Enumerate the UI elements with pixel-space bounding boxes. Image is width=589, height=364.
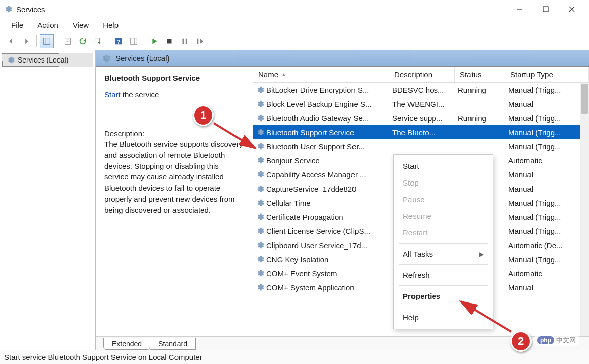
column-header-startup-type[interactable]: Startup Type xyxy=(505,67,589,82)
service-row[interactable]: BitLocker Drive Encryption S...BDESVC ho… xyxy=(253,83,589,97)
svg-rect-17 xyxy=(197,38,199,44)
cell-name: Certificate Propagation xyxy=(253,213,389,221)
start-service-link[interactable]: Start xyxy=(104,90,121,99)
watermark-logo: php xyxy=(537,336,554,344)
column-header-status[interactable]: Status xyxy=(455,67,505,82)
gear-icon xyxy=(256,185,264,193)
context-menu-all-tasks[interactable]: All Tasks▶ xyxy=(394,246,493,262)
gear-icon xyxy=(256,128,264,136)
nav-forward-button[interactable] xyxy=(19,34,33,48)
gear-icon xyxy=(256,142,264,150)
show-hide-console-tree-button[interactable] xyxy=(40,34,54,48)
svg-text:?: ? xyxy=(117,38,121,44)
show-hide-action-pane-button[interactable] xyxy=(127,34,141,48)
scrollbar-thumb[interactable] xyxy=(581,84,588,114)
tree-item-services-local[interactable]: Services (Local) xyxy=(2,53,93,67)
nav-back-button[interactable] xyxy=(4,34,18,48)
help-button[interactable]: ? xyxy=(111,34,126,48)
context-menu-start[interactable]: Start xyxy=(394,158,493,174)
vertical-scrollbar[interactable] xyxy=(580,83,589,336)
context-menu: Start Stop Pause Resume Restart All Task… xyxy=(393,154,493,329)
restart-service-button[interactable] xyxy=(193,34,207,48)
cell-description: The WBENGI... xyxy=(389,100,455,108)
svg-rect-4 xyxy=(44,38,50,44)
menu-file[interactable]: File xyxy=(4,19,30,31)
cell-name: Capability Access Manager ... xyxy=(253,170,389,179)
gear-icon xyxy=(256,170,264,178)
gear-icon xyxy=(256,269,264,277)
cell-startup-type: Manual xyxy=(505,100,589,108)
start-service-line: Start the service xyxy=(104,90,245,99)
right-pane-title: Services (Local) xyxy=(115,54,170,63)
context-menu-properties[interactable]: Properties xyxy=(394,288,493,305)
context-menu-help[interactable]: Help xyxy=(394,309,493,326)
context-menu-resume: Resume xyxy=(394,208,493,224)
cell-name: Block Level Backup Engine S... xyxy=(253,100,389,108)
description-label: Description: xyxy=(104,129,245,138)
tab-standard[interactable]: Standard xyxy=(150,338,196,350)
svg-rect-1 xyxy=(543,7,548,12)
refresh-button[interactable] xyxy=(76,34,90,48)
column-headers: Name▲ Description Status Startup Type xyxy=(253,67,589,83)
cell-name: BitLocker Drive Encryption S... xyxy=(253,86,389,94)
start-service-button[interactable] xyxy=(147,34,161,48)
gear-icon xyxy=(256,199,264,207)
selected-service-name: Bluetooth Support Service xyxy=(104,74,245,82)
cell-startup-type: Manual (Trigg... xyxy=(505,142,589,151)
service-row[interactable]: Block Level Backup Engine S...The WBENGI… xyxy=(253,97,589,111)
menu-view[interactable]: View xyxy=(66,19,96,31)
cell-status: Running xyxy=(455,114,505,123)
minimize-button[interactable] xyxy=(506,0,533,18)
cell-description: The Blueto... xyxy=(389,128,455,137)
cell-name: Client License Service (ClipS... xyxy=(253,227,389,235)
svg-rect-16 xyxy=(186,38,187,44)
pause-service-button[interactable] xyxy=(178,34,192,48)
column-header-description[interactable]: Description xyxy=(389,67,455,82)
cell-startup-type: Automatic (De... xyxy=(505,241,589,250)
cell-name: Bluetooth Audio Gateway Se... xyxy=(253,114,389,123)
maximize-button[interactable] xyxy=(533,0,559,18)
gear-icon xyxy=(256,241,264,249)
menu-help[interactable]: Help xyxy=(96,19,126,31)
watermark-text: 中文网 xyxy=(556,336,576,345)
column-header-name[interactable]: Name▲ xyxy=(253,67,389,82)
svg-rect-14 xyxy=(167,39,172,43)
window-title: Services xyxy=(16,5,506,14)
app-icon xyxy=(4,5,12,13)
context-menu-refresh[interactable]: Refresh xyxy=(394,267,493,283)
service-row[interactable]: Bluetooth Support ServiceThe Blueto...Ma… xyxy=(253,125,589,139)
cell-startup-type: Manual (Trigg... xyxy=(505,199,589,207)
export-list-button[interactable] xyxy=(91,34,105,48)
gear-icon xyxy=(256,213,264,221)
cell-startup-type: Manual (Trigg... xyxy=(505,114,589,123)
cell-startup-type: Manual (Trigg... xyxy=(505,128,589,137)
menu-action[interactable]: Action xyxy=(30,19,66,31)
context-menu-pause: Pause xyxy=(394,191,493,208)
properties-button[interactable] xyxy=(61,34,75,48)
tree-item-label: Services (Local) xyxy=(18,56,68,64)
menubar: File Action View Help xyxy=(0,18,589,32)
cell-description: BDESVC hos... xyxy=(389,86,455,94)
gear-icon xyxy=(256,100,264,108)
cell-startup-type: Automatic xyxy=(505,269,589,278)
cell-name: Bonjour Service xyxy=(253,156,389,165)
tree-pane: Services (Local) xyxy=(0,50,96,350)
annotation-badge-1: 1 xyxy=(193,105,214,126)
annotation-badge-2: 2 xyxy=(510,331,532,352)
cell-name: Cellular Time xyxy=(253,199,389,207)
svg-rect-12 xyxy=(131,38,137,44)
gear-icon xyxy=(256,156,264,164)
sort-indicator-icon: ▲ xyxy=(281,72,286,77)
gear-icon xyxy=(256,86,264,94)
tab-extended[interactable]: Extended xyxy=(103,338,150,350)
gear-icon xyxy=(256,227,264,235)
submenu-arrow-icon: ▶ xyxy=(479,251,484,258)
cell-status: Running xyxy=(455,86,505,94)
svg-rect-9 xyxy=(95,38,100,44)
gear-icon xyxy=(256,255,264,263)
service-row[interactable]: Bluetooth Audio Gateway Se...Service sup… xyxy=(253,111,589,125)
service-row[interactable]: Bluetooth User Support Ser...Manual (Tri… xyxy=(253,139,589,153)
stop-service-button[interactable] xyxy=(162,34,176,48)
cell-startup-type: Manual (Trigg... xyxy=(505,255,589,264)
close-button[interactable] xyxy=(559,0,585,18)
